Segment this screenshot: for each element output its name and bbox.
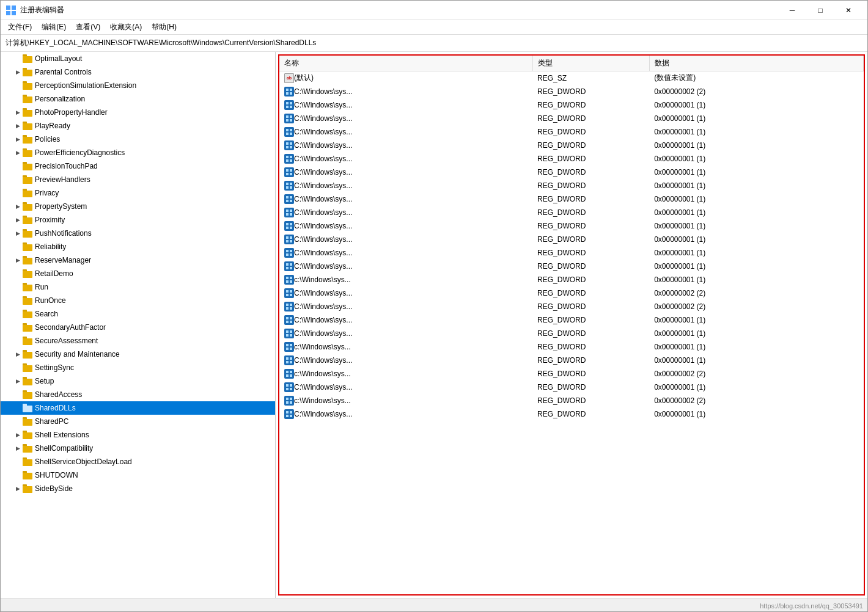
tree-item[interactable]: SharedAccess: [1, 388, 275, 401]
expand-icon[interactable]: ▶: [13, 443, 23, 453]
tree-item[interactable]: ▶PushNotifications: [1, 227, 275, 240]
menu-item[interactable]: 编辑(E): [37, 21, 71, 34]
table-row[interactable]: c:\Windows\sys...REG_DWORD0x00000001 (1): [279, 340, 864, 354]
registry-data-cell: 0x00000001 (1): [649, 354, 863, 367]
tree-item[interactable]: ▶ReserveManager: [1, 253, 275, 267]
tree-item[interactable]: ▶PropertySystem: [1, 200, 275, 213]
reg-dword-icon: [284, 235, 294, 244]
expand-icon[interactable]: ▶: [13, 148, 23, 158]
table-row[interactable]: C:\Windows\sys...REG_DWORD0x00000001 (1): [279, 327, 864, 340]
svg-rect-159: [290, 384, 292, 387]
expand-icon[interactable]: ▶: [13, 430, 23, 440]
expand-icon[interactable]: ▶: [13, 202, 23, 211]
tree-item[interactable]: Run: [1, 280, 275, 294]
svg-rect-88: [286, 146, 289, 148]
table-row[interactable]: c:\Windows\sys...REG_DWORD0x00000002 (2): [279, 367, 864, 381]
tree-item[interactable]: ▶Setup: [1, 374, 275, 388]
expand-icon[interactable]: ▶: [13, 107, 23, 117]
main-window: 注册表编辑器 ─ □ ✕ 文件(F)编辑(E)查看(V)收藏夹(A)帮助(H) …: [0, 0, 868, 612]
tree-item[interactable]: ▶Shell Extensions: [1, 428, 275, 442]
expand-icon[interactable]: ▶: [13, 484, 23, 494]
expand-icon[interactable]: ▶: [13, 376, 23, 386]
table-row[interactable]: C:\Windows\sys...REG_DWORD0x00000002 (2): [279, 85, 864, 98]
table-row[interactable]: C:\Windows\sys...REG_DWORD0x00000001 (1): [279, 354, 864, 367]
reg-dword-icon: [284, 288, 294, 298]
expand-icon[interactable]: ▶: [13, 121, 23, 131]
tree-item[interactable]: ▶PowerEfficiencyDiagnostics: [1, 146, 275, 159]
table-row[interactable]: ab(默认)REG_SZ(数值未设置): [279, 71, 864, 85]
tree-item[interactable]: Search: [1, 307, 275, 321]
registry-data-cell: 0x00000001 (1): [649, 327, 863, 340]
tree-item[interactable]: SettingSync: [1, 361, 275, 374]
tree-item[interactable]: OptimalLayout: [1, 52, 275, 65]
table-row[interactable]: C:\Windows\sys...REG_DWORD0x00000001 (1): [279, 381, 864, 394]
expand-icon[interactable]: ▶: [13, 215, 23, 225]
tree-item[interactable]: ShellServiceObjectDelayLoad: [1, 455, 275, 468]
registry-type-cell: REG_DWORD: [532, 98, 649, 112]
tree-item[interactable]: ▶Security and Maintenance: [1, 348, 275, 361]
tree-item[interactable]: ▶PhotoPropertyHandler: [1, 106, 275, 119]
table-row[interactable]: C:\Windows\sys...REG_DWORD0x00000002 (2): [279, 286, 864, 300]
table-row[interactable]: C:\Windows\sys...REG_DWORD0x00000001 (1): [279, 192, 864, 206]
svg-rect-80: [286, 119, 289, 122]
table-row[interactable]: C:\Windows\sys...REG_DWORD0x00000001 (1): [279, 166, 864, 179]
table-row[interactable]: C:\Windows\sys...REG_DWORD0x00000001 (1): [279, 125, 864, 139]
close-button[interactable]: ✕: [834, 1, 862, 20]
menu-item[interactable]: 查看(V): [71, 21, 105, 34]
table-row[interactable]: C:\Windows\sys...REG_DWORD0x00000001 (1): [279, 260, 864, 273]
menu-item[interactable]: 收藏夹(A): [105, 21, 147, 34]
table-row[interactable]: c:\Windows\sys...REG_DWORD0x00000001 (1): [279, 273, 864, 286]
expand-icon[interactable]: ▶: [13, 255, 23, 265]
svg-rect-163: [290, 398, 292, 400]
registry-name-text: C:\Windows\sys...: [294, 181, 352, 190]
table-row[interactable]: C:\Windows\sys...REG_DWORD0x00000001 (1): [279, 112, 864, 125]
svg-rect-61: [23, 432, 32, 439]
tree-item[interactable]: SharedDLLs: [1, 401, 275, 415]
expand-icon[interactable]: ▶: [13, 67, 23, 77]
expand-icon[interactable]: ▶: [13, 349, 23, 359]
expand-icon[interactable]: ▶: [13, 228, 23, 238]
menu-item[interactable]: 帮助(H): [147, 21, 182, 34]
tree-item[interactable]: Personalization: [1, 92, 275, 106]
tree-item[interactable]: RetailDemo: [1, 267, 275, 280]
tree-item[interactable]: PerceptionSimulationExtension: [1, 79, 275, 92]
table-row[interactable]: c:\Windows\sys...REG_DWORD0x00000002 (2): [279, 394, 864, 407]
table-row[interactable]: C:\Windows\sys...REG_DWORD0x00000001 (1): [279, 246, 864, 260]
reg-dword-icon: [284, 369, 294, 379]
tree-item[interactable]: PreviewHandlers: [1, 173, 275, 186]
tree-item[interactable]: Reliability: [1, 240, 275, 253]
tree-item[interactable]: SHUTDOWN: [1, 468, 275, 482]
tree-item[interactable]: ▶SideBySide: [1, 482, 275, 495]
tree-item[interactable]: RunOnce: [1, 294, 275, 307]
tree-item[interactable]: ▶ShellCompatibility: [1, 442, 275, 455]
table-row[interactable]: C:\Windows\sys...REG_DWORD0x00000001 (1): [279, 139, 864, 152]
table-row[interactable]: C:\Windows\sys...REG_DWORD0x00000001 (1): [279, 206, 864, 219]
tree-panel[interactable]: OptimalLayout▶Parental ControlsPerceptio…: [1, 52, 276, 598]
tree-item[interactable]: PrecisionTouchPad: [1, 159, 275, 173]
table-row[interactable]: C:\Windows\sys...REG_DWORD0x00000001 (1): [279, 179, 864, 192]
table-row[interactable]: C:\Windows\sys...REG_DWORD0x00000001 (1): [279, 313, 864, 327]
svg-rect-169: [290, 415, 292, 417]
tree-item[interactable]: ▶Proximity: [1, 213, 275, 227]
tree-item[interactable]: ▶Parental Controls: [1, 65, 275, 79]
folder-icon: [23, 484, 32, 493]
minimize-button[interactable]: ─: [778, 1, 806, 20]
svg-rect-111: [290, 223, 292, 225]
tree-item[interactable]: SecureAssessment: [1, 334, 275, 348]
table-row[interactable]: C:\Windows\sys...REG_DWORD0x00000001 (1): [279, 233, 864, 246]
menu-item[interactable]: 文件(F): [3, 21, 37, 34]
tree-item[interactable]: SecondaryAuthFactor: [1, 321, 275, 334]
tree-item[interactable]: ▶Policies: [1, 133, 275, 146]
table-row[interactable]: C:\Windows\sys...REG_DWORD0x00000001 (1): [279, 98, 864, 112]
svg-rect-85: [290, 133, 292, 135]
table-row[interactable]: C:\Windows\sys...REG_DWORD0x00000002 (2): [279, 300, 864, 313]
tree-item[interactable]: SharedPC: [1, 415, 275, 428]
maximize-button[interactable]: □: [806, 1, 834, 20]
expand-icon[interactable]: ▶: [13, 134, 23, 144]
table-row[interactable]: C:\Windows\sys...REG_DWORD0x00000001 (1): [279, 219, 864, 233]
tree-item[interactable]: Privacy: [1, 186, 275, 200]
tree-item-label: SideBySide: [35, 484, 73, 493]
table-row[interactable]: C:\Windows\sys...REG_DWORD0x00000001 (1): [279, 152, 864, 166]
table-row[interactable]: C:\Windows\sys...REG_DWORD0x00000001 (1): [279, 407, 864, 421]
tree-item[interactable]: ▶PlayReady: [1, 119, 275, 133]
